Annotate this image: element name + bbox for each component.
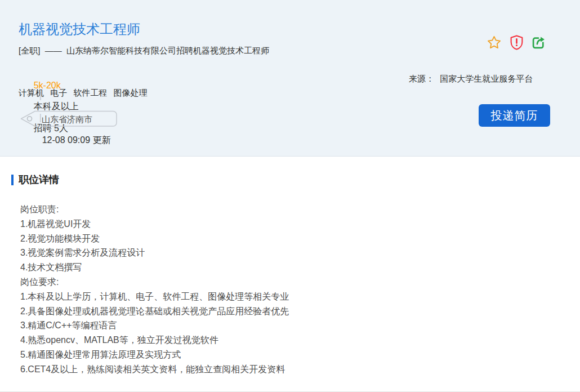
detail-line: 4.熟悉opencv、MATLAB等，独立开发过视觉软件 — [20, 333, 289, 348]
job-header-card: 机器视觉技术工程师 [全职] —— 山东纳蒂尔智能科技有限公司招聘机器视觉技术工… — [0, 0, 580, 157]
details-section-header: 职位详情 — [11, 173, 59, 186]
detail-line: 1.机器视觉UI开发 — [20, 217, 289, 231]
location-text: 山东省济南市 — [42, 114, 92, 124]
category-tag: 计算机 — [19, 88, 44, 97]
detail-line: 岗位要求: — [20, 275, 289, 289]
details-section-title: 职位详情 — [19, 173, 59, 186]
location-tag: 山东省济南市 — [20, 110, 118, 127]
source-row: 来源： 国家大学生就业服务平台 — [409, 74, 533, 84]
updated-timestamp: 12-08 09:09 更新 — [42, 135, 111, 145]
location-tag-outline-icon: 山东省济南市 — [20, 110, 118, 127]
job-detail-page: 机器视觉技术工程师 [全职] —— 山东纳蒂尔智能科技有限公司招聘机器视觉技术工… — [0, 0, 580, 392]
education-requirement: 本科及以上 — [34, 101, 79, 111]
detail-line: 6.CET4及以上，熟练阅读相关英文资料，能独立查阅相关开发资料 — [20, 362, 289, 377]
apply-resume-button[interactable]: 投递简历 — [479, 104, 550, 127]
detail-line: 1.本科及以上学历，计算机、电子、软件工程、图像处理等相关专业 — [20, 289, 289, 304]
detail-line: 3.视觉案例需求分析及流程设计 — [20, 246, 289, 260]
job-title-link[interactable]: 机器视觉技术工程师 — [19, 20, 140, 38]
job-subtitle: [全职] —— 山东纳蒂尔智能科技有限公司招聘机器视觉技术工程师 — [19, 46, 269, 56]
category-tag: 图像处理 — [114, 88, 148, 97]
job-category-tags: 计算机 电子 软件工程 图像处理 — [19, 88, 151, 99]
detail-line: 岗位职责: — [20, 202, 289, 217]
detail-line: 5.精通图像处理常用算法原理及实现方式 — [20, 348, 289, 362]
detail-line: 2.视觉功能模块开发 — [20, 231, 289, 246]
section-accent-bar — [11, 175, 14, 185]
category-tag: 电子 — [50, 88, 67, 97]
detail-line: 4.技术文档撰写 — [20, 260, 289, 275]
source-label: 来源： — [409, 74, 434, 83]
source-value: 国家大学生就业服务平台 — [440, 74, 533, 83]
job-action-icons — [487, 35, 546, 50]
detail-line: 3.精通C/C++等编程语言 — [20, 318, 289, 333]
detail-line: 2.具备图像处理或机器视觉理论基础或相关视觉产品应用经验者优先 — [20, 304, 289, 319]
job-description: 岗位职责: 1.机器视觉UI开发 2.视觉功能模块开发 3.视觉案例需求分析及流… — [20, 202, 289, 377]
category-tag: 软件工程 — [73, 88, 107, 97]
report-shield-icon[interactable] — [510, 35, 524, 50]
favorite-star-icon[interactable] — [487, 35, 502, 50]
share-arrow-icon[interactable] — [532, 35, 546, 50]
